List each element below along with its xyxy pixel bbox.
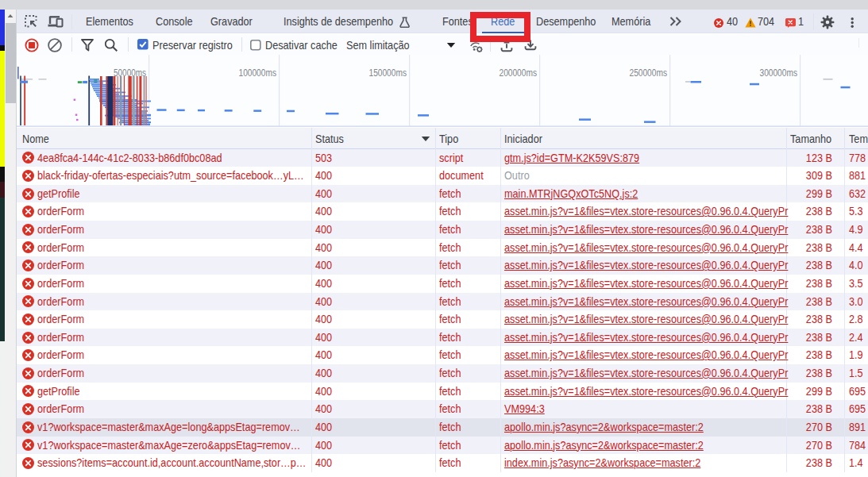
svg-text:200000ms: 200000ms: [500, 67, 538, 79]
svg-text:250000ms: 250000ms: [630, 67, 668, 79]
svg-text:150000ms: 150000ms: [369, 67, 407, 79]
svg-text:300000ms: 300000ms: [760, 67, 798, 79]
svg-text:100000ms: 100000ms: [239, 67, 277, 79]
